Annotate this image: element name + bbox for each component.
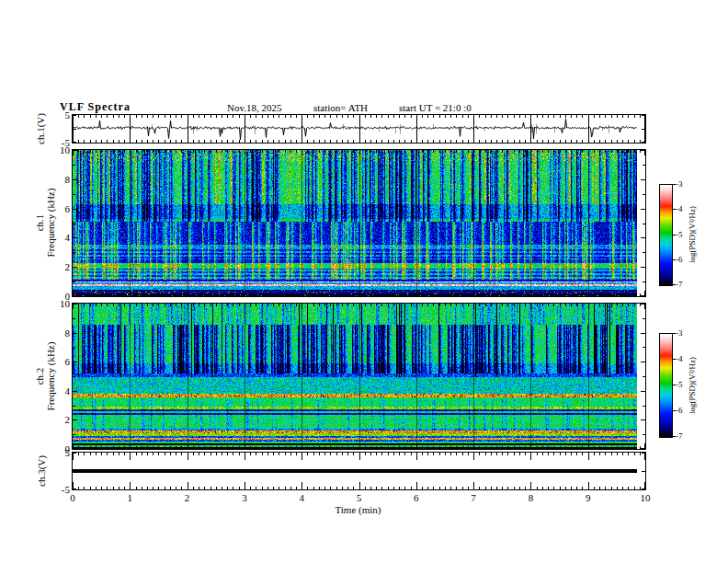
- station-label: station= ATH: [313, 102, 368, 113]
- colorbar-tick-label: -6: [676, 407, 683, 415]
- colorbar-tick-label: -7: [676, 432, 683, 441]
- colorbar-ch2: [659, 333, 673, 438]
- plot-title: VLF Spectra: [60, 100, 131, 114]
- ch2-label-line: ch.2: [34, 342, 45, 411]
- voltage-tick-label: 5: [44, 110, 70, 120]
- ch2-spectrogram-canvas: [73, 304, 645, 449]
- colorbar-tick-label: -5: [676, 381, 683, 389]
- colorbar2-units-label: log(PSD)(V²/Hz): [688, 357, 697, 414]
- x-tick-label: 4: [288, 493, 315, 503]
- colorbar-tick-label: -4: [676, 355, 683, 363]
- colorbar-tick-label: -3: [676, 329, 683, 338]
- ch1-waveform-canvas: [73, 115, 645, 143]
- frequency-unit-line: Frequency (kHz): [45, 189, 56, 258]
- x-tick-label: 10: [631, 493, 659, 503]
- x-tick-label: 5: [346, 493, 373, 503]
- voltage-tick-label: -5: [44, 485, 70, 494]
- frequency-unit-line: Frequency (kHz): [45, 342, 56, 411]
- voltage-tick-label: 5: [44, 448, 70, 457]
- freq-tick-label: 4: [44, 386, 70, 396]
- ch1-waveform-panel: [72, 114, 646, 144]
- freq-tick-label: 2: [44, 262, 70, 271]
- ch2-frequency-axis-label: ch.2 Frequency (kHz): [34, 342, 56, 411]
- ch1-spectrogram-panel: [72, 149, 646, 297]
- x-tick-label: 9: [574, 493, 602, 503]
- colorbar-tick-label: -4: [676, 205, 683, 213]
- freq-tick-label: 4: [44, 233, 70, 242]
- freq-tick-label: 8: [44, 328, 70, 338]
- vlf-spectra-figure: VLF Spectra Nov.18, 2025 station= ATH st…: [0, 0, 728, 563]
- freq-tick-label: 10: [44, 299, 70, 308]
- ch3-waveform-panel: [72, 452, 646, 490]
- colorbar-tick-label: -5: [676, 231, 683, 239]
- ch1-spectrogram-canvas: [73, 150, 645, 296]
- colorbar-ch2-gradient: [660, 334, 672, 437]
- colorbar-tick-label: -3: [676, 180, 683, 189]
- ch3-voltage-axis-label: ch.3(V): [36, 455, 47, 487]
- x-tick-label: 2: [174, 493, 201, 503]
- start-time-label: start UT = 21:0 :0: [399, 102, 472, 113]
- freq-tick-label: 8: [44, 175, 70, 184]
- ch1-label-line: ch.1: [34, 189, 45, 258]
- colorbar-tick-label: -7: [676, 281, 683, 289]
- time-axis-label: Time (min): [72, 504, 644, 515]
- ch3-waveform-canvas: [73, 453, 645, 489]
- freq-tick-label: 2: [44, 415, 70, 424]
- voltage-tick-label: -5: [44, 138, 70, 147]
- plot-date: Nov.18, 2025: [227, 102, 281, 113]
- ch1-frequency-axis-label: ch.1 Frequency (kHz): [34, 189, 56, 258]
- freq-tick-label: 6: [44, 204, 70, 213]
- colorbar-tick-label: -6: [676, 256, 683, 264]
- ch2-spectrogram-panel: [72, 303, 646, 450]
- x-tick-label: 3: [231, 493, 258, 503]
- x-tick-label: 8: [517, 493, 544, 503]
- colorbar1-units-label: log(PSD)(V²/Hz): [688, 206, 697, 263]
- colorbar-ch1: [659, 184, 673, 286]
- freq-tick-label: 6: [44, 357, 70, 366]
- x-tick-label: 1: [116, 493, 143, 503]
- x-tick-label: 6: [403, 493, 430, 503]
- colorbar-ch1-gradient: [660, 185, 672, 285]
- x-tick-label: 7: [460, 493, 487, 503]
